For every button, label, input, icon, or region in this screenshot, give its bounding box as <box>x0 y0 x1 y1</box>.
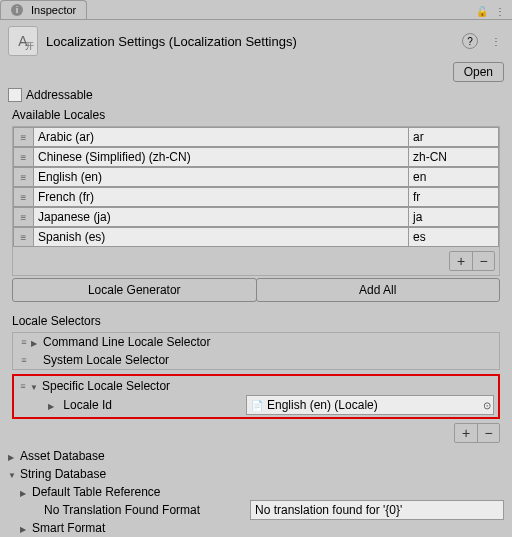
smart-format-foldout[interactable]: Smart Format <box>0 519 512 537</box>
locale-generator-button[interactable]: Locale Generator <box>12 278 257 302</box>
locale-code-field[interactable]: ja <box>409 207 499 227</box>
foldout-arrow-icon[interactable] <box>20 485 32 499</box>
locale-code-field[interactable]: en <box>409 167 499 187</box>
locale-id-row: Locale Id 📄 English (en) (Locale) ⊙ <box>16 395 496 415</box>
locale-row: ≡ French (fr) fr <box>13 187 499 207</box>
addressable-checkbox[interactable] <box>8 88 22 102</box>
lock-icon[interactable]: 🔓 <box>474 3 490 19</box>
locale-row: ≡ Spanish (es) es <box>13 227 499 247</box>
locale-icon: 📄 <box>251 400 263 411</box>
locale-name-field[interactable]: Arabic (ar) <box>33 127 409 147</box>
locale-code-field[interactable]: zh-CN <box>409 147 499 167</box>
foldout-arrow-icon[interactable] <box>8 449 20 463</box>
add-locale-button[interactable]: + <box>450 252 472 270</box>
drag-handle-icon[interactable]: ≡ <box>16 381 30 391</box>
remove-locale-button[interactable]: − <box>472 252 494 270</box>
locale-name-field[interactable]: Spanish (es) <box>33 227 409 247</box>
open-button[interactable]: Open <box>453 62 504 82</box>
asset-title: Localization Settings (Localization Sett… <box>46 34 454 49</box>
selector-label: Command Line Locale Selector <box>43 335 210 349</box>
add-all-button[interactable]: Add All <box>256 278 501 302</box>
locale-name-field[interactable]: French (fr) <box>33 187 409 207</box>
drag-handle-icon[interactable]: ≡ <box>17 337 31 347</box>
inspector-tab[interactable]: i Inspector <box>0 0 87 19</box>
locale-code-field[interactable]: fr <box>409 187 499 207</box>
asset-database-foldout[interactable]: Asset Database <box>0 447 512 465</box>
object-picker-icon[interactable]: ⊙ <box>483 400 491 411</box>
foldout-arrow-icon[interactable] <box>30 379 42 393</box>
asset-icon: A开 <box>8 26 38 56</box>
available-locales-list: ≡ Arabic (ar) ar ≡ Chinese (Simplified) … <box>12 126 500 276</box>
no-translation-label: No Translation Found Format <box>20 503 250 517</box>
menu-icon-2[interactable]: ⋮ <box>488 33 504 49</box>
drag-handle-icon[interactable]: ≡ <box>17 355 31 365</box>
locale-row: ≡ Japanese (ja) ja <box>13 207 499 227</box>
addressable-label: Addressable <box>26 88 93 102</box>
locale-id-label: Locale Id <box>63 398 112 412</box>
default-table-foldout[interactable]: Default Table Reference <box>0 483 512 501</box>
selector-row[interactable]: ≡ Command Line Locale Selector <box>13 333 499 351</box>
foldout-arrow-icon[interactable] <box>20 521 32 535</box>
locale-selectors-list: ≡ Command Line Locale Selector ≡ System … <box>12 332 500 370</box>
add-selector-button[interactable]: + <box>455 424 477 442</box>
no-translation-field[interactable] <box>250 500 504 520</box>
addressable-row: Addressable <box>0 86 512 104</box>
drag-handle-icon[interactable]: ≡ <box>13 227 33 247</box>
selector-label: Specific Locale Selector <box>42 379 170 393</box>
locale-code-field[interactable]: es <box>409 227 499 247</box>
locale-name-field[interactable]: Japanese (ja) <box>33 207 409 227</box>
remove-selector-button[interactable]: − <box>477 424 499 442</box>
locale-name-field[interactable]: Chinese (Simplified) (zh-CN) <box>33 147 409 167</box>
selector-row[interactable]: ≡ System Locale Selector <box>13 351 499 369</box>
foldout-arrow-icon[interactable] <box>48 398 60 412</box>
tab-label: Inspector <box>31 4 76 16</box>
help-icon[interactable]: ? <box>462 33 478 49</box>
locale-row: ≡ Chinese (Simplified) (zh-CN) zh-CN <box>13 147 499 167</box>
inspector-header: A开 Localization Settings (Localization S… <box>0 20 512 62</box>
drag-handle-icon[interactable]: ≡ <box>13 127 33 147</box>
drag-handle-icon[interactable]: ≡ <box>13 167 33 187</box>
drag-handle-icon[interactable]: ≡ <box>13 187 33 207</box>
foldout-arrow-icon[interactable] <box>31 335 43 349</box>
selector-label: System Locale Selector <box>43 353 169 367</box>
locale-name-field[interactable]: English (en) <box>33 167 409 187</box>
highlighted-selector: ≡ Specific Locale Selector Locale Id 📄 E… <box>12 374 500 419</box>
locale-code-field[interactable]: ar <box>409 127 499 147</box>
no-translation-row: No Translation Found Format <box>0 501 512 519</box>
locale-row: ≡ Arabic (ar) ar <box>13 127 499 147</box>
selector-row[interactable]: ≡ Specific Locale Selector <box>16 377 496 395</box>
locale-id-field[interactable]: 📄 English (en) (Locale) ⊙ <box>246 395 494 415</box>
locale-id-value: English (en) (Locale) <box>267 398 378 412</box>
string-database-foldout[interactable]: String Database <box>0 465 512 483</box>
locale-row: ≡ English (en) en <box>13 167 499 187</box>
drag-handle-icon[interactable]: ≡ <box>13 147 33 167</box>
info-icon: i <box>11 4 23 16</box>
foldout-arrow-icon[interactable] <box>8 467 20 481</box>
available-locales-title: Available Locales <box>0 104 512 124</box>
tab-bar: i Inspector 🔓 ⋮ <box>0 0 512 20</box>
locale-selectors-title: Locale Selectors <box>0 310 512 330</box>
menu-icon[interactable]: ⋮ <box>492 3 508 19</box>
drag-handle-icon[interactable]: ≡ <box>13 207 33 227</box>
